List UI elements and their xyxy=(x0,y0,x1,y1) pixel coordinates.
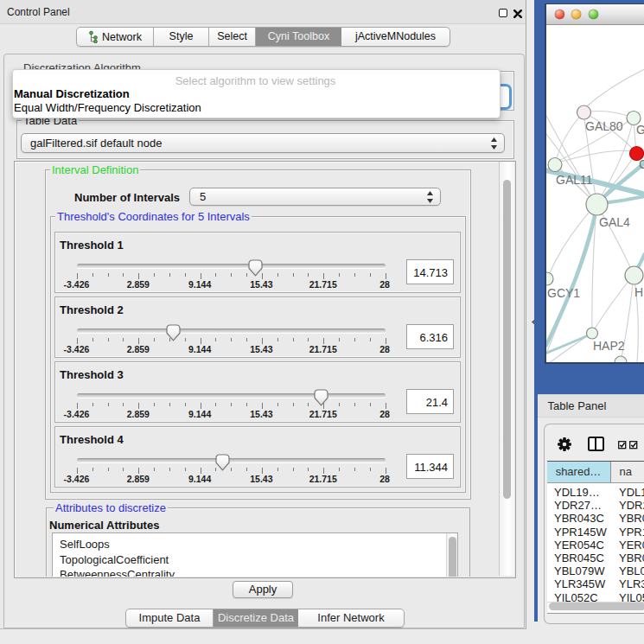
svg-text:GAL11: GAL11 xyxy=(556,173,593,187)
svg-text:HAP2: HAP2 xyxy=(593,339,625,353)
svg-text:GA: GA xyxy=(636,123,644,137)
svg-text:H: H xyxy=(634,285,643,299)
svg-text:GAL4: GAL4 xyxy=(599,215,630,229)
svg-text:GAL80: GAL80 xyxy=(585,119,623,133)
svg-text:GCY1: GCY1 xyxy=(547,286,580,300)
svg-text:C: C xyxy=(639,157,644,171)
